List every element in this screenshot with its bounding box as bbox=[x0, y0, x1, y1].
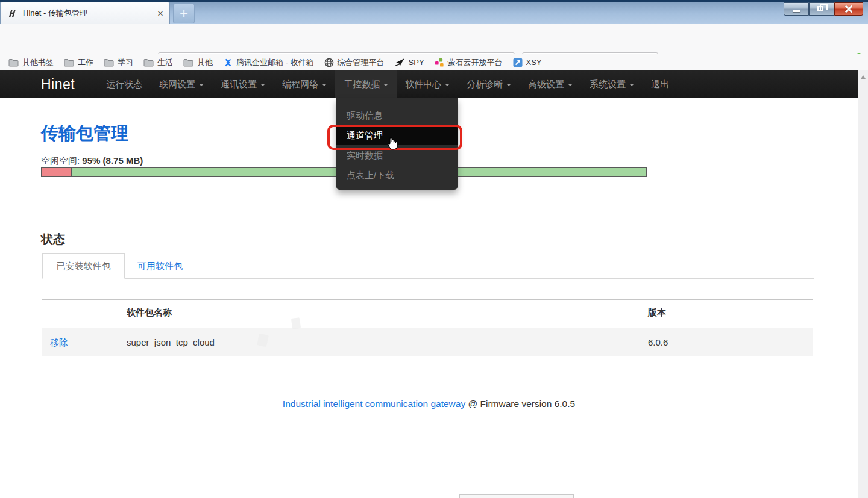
table-bottom-border bbox=[42, 384, 813, 384]
scroll-up-icon[interactable] bbox=[861, 75, 866, 79]
screen: Hinet - 传输包管理 × + bbox=[0, 0, 868, 498]
bookmark-spy[interactable]: SPY bbox=[395, 58, 424, 67]
menu-network-settings[interactable]: 联网设置 bbox=[151, 70, 212, 98]
table-top-border bbox=[42, 299, 813, 300]
globe-icon bbox=[324, 58, 334, 67]
bookmark-tencent-mail[interactable]: 腾讯企业邮箱 - 收件箱 bbox=[223, 57, 314, 68]
window-controls bbox=[784, 2, 863, 16]
folder-icon bbox=[8, 58, 19, 67]
folder-icon bbox=[143, 58, 154, 67]
menu-software-center[interactable]: 软件中心 bbox=[397, 70, 458, 98]
site-navbar: Hinet 运行状态 联网设置 通讯设置 编程网络 工控数据 软件中心 分析诊断… bbox=[0, 70, 858, 98]
menu-advanced-settings[interactable]: 高级设置 bbox=[520, 70, 581, 98]
menu-run-status[interactable]: 运行状态 bbox=[98, 70, 151, 98]
free-space-label: 空闲空间: bbox=[41, 155, 80, 166]
tencent-mail-icon bbox=[223, 58, 233, 67]
watermark bbox=[291, 317, 301, 329]
industrial-data-dropdown: 驱动信息 通道管理 实时数据 点表上/下载 bbox=[336, 98, 458, 190]
bookmark-ezviz[interactable]: 萤石云开放平台 bbox=[435, 57, 503, 68]
bookmarks-bar: 其他书签 工作 学习 生活 其他 腾讯企业邮箱 - 收件箱 bbox=[0, 54, 868, 70]
menu-comm-settings[interactable]: 通讯设置 bbox=[212, 70, 274, 98]
remove-link[interactable]: 移除 bbox=[50, 337, 68, 349]
ezviz-icon bbox=[435, 58, 444, 67]
package-name-cell: super_json_tcp_cloud bbox=[127, 337, 215, 347]
bookmark-folder-study[interactable]: 学习 bbox=[104, 57, 133, 68]
chevron-down-icon bbox=[322, 84, 327, 86]
chevron-down-icon bbox=[260, 84, 265, 86]
window-titlebar: Hinet - 传输包管理 × + bbox=[0, 0, 868, 24]
restore-icon bbox=[817, 6, 823, 11]
column-header-version: 版本 bbox=[648, 307, 666, 319]
minimize-button[interactable] bbox=[784, 2, 809, 16]
dropdown-item-channel-management[interactable]: 通道管理 bbox=[336, 125, 458, 145]
close-icon bbox=[835, 3, 863, 15]
browser-toolbar: 192.168.9.99/cgi-bin/luci/;stok=489fe39e… bbox=[0, 24, 868, 54]
status-popup-edge bbox=[459, 494, 574, 498]
chevron-down-icon bbox=[506, 84, 511, 86]
vertical-scrollbar[interactable] bbox=[858, 70, 868, 498]
folder-icon bbox=[183, 58, 193, 67]
gateway-link[interactable]: Industrial intelligent communication gat… bbox=[283, 399, 465, 409]
browser-tab[interactable]: Hinet - 传输包管理 × bbox=[0, 2, 170, 24]
bookmark-xsy[interactable]: XSY bbox=[513, 58, 542, 67]
menu-system-settings[interactable]: 系统设置 bbox=[581, 70, 643, 98]
chevron-down-icon bbox=[445, 84, 450, 86]
chevron-down-icon bbox=[568, 84, 573, 86]
bookmark-folder-work[interactable]: 工作 bbox=[64, 57, 93, 68]
menu-industrial-data[interactable]: 工控数据 bbox=[335, 70, 397, 98]
status-heading: 状态 bbox=[41, 231, 65, 247]
xsy-icon bbox=[513, 58, 523, 67]
site-brand[interactable]: Hinet bbox=[41, 76, 75, 93]
bookmark-folder-life[interactable]: 生活 bbox=[143, 57, 173, 68]
bookmark-management-platform[interactable]: 综合管理平台 bbox=[324, 57, 385, 68]
page-footer: Industrial intelligent communication gat… bbox=[0, 399, 858, 409]
firmware-version-text: @ Firmware version 6.0.5 bbox=[465, 399, 575, 409]
tab-title: Hinet - 传输包管理 bbox=[23, 8, 157, 19]
menu-programming-network[interactable]: 编程网络 bbox=[274, 70, 335, 98]
dropdown-item-point-table[interactable]: 点表上/下载 bbox=[336, 165, 458, 185]
favicon-icon bbox=[8, 8, 17, 18]
chevron-down-icon bbox=[629, 84, 634, 86]
dropdown-item-realtime-data[interactable]: 实时数据 bbox=[336, 145, 458, 165]
used-space-segment bbox=[42, 168, 72, 176]
free-space-value: 95% (8.75 MB) bbox=[82, 155, 143, 166]
tab-available-packages[interactable]: 可用软件包 bbox=[137, 253, 183, 279]
plane-icon bbox=[395, 58, 405, 67]
tab-close-icon[interactable]: × bbox=[157, 8, 163, 19]
page-title: 传输包管理 bbox=[41, 122, 128, 146]
package-version-cell: 6.0.6 bbox=[648, 337, 668, 347]
restore-button[interactable] bbox=[809, 2, 834, 16]
dropdown-item-driver-info[interactable]: 驱动信息 bbox=[336, 105, 458, 125]
chevron-down-icon bbox=[383, 84, 388, 86]
chevron-down-icon bbox=[199, 84, 204, 86]
tab-installed-packages[interactable]: 已安装软件包 bbox=[42, 253, 125, 279]
minimize-icon bbox=[793, 10, 800, 12]
new-tab-button[interactable]: + bbox=[173, 4, 195, 23]
bookmark-folder-misc[interactable]: 其他 bbox=[183, 57, 213, 68]
folder-icon bbox=[64, 58, 74, 67]
bookmark-folder-other-bookmarks[interactable]: 其他书签 bbox=[8, 57, 54, 68]
site-menu: 运行状态 联网设置 通讯设置 编程网络 工控数据 软件中心 分析诊断 高级设置 … bbox=[98, 70, 678, 98]
free-space-text: 空闲空间: 95% (8.75 MB) bbox=[41, 155, 143, 167]
menu-diagnostics[interactable]: 分析诊断 bbox=[458, 70, 520, 98]
menu-logout[interactable]: 退出 bbox=[643, 70, 678, 98]
column-header-package-name: 软件包名称 bbox=[127, 307, 172, 319]
folder-icon bbox=[104, 58, 114, 67]
close-button[interactable] bbox=[834, 2, 863, 16]
